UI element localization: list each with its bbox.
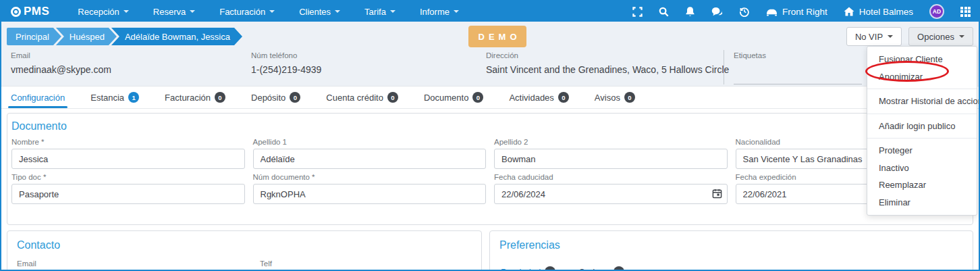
menu-clientes[interactable]: Clientes <box>299 7 340 17</box>
contacto-telf-label: Telf <box>260 260 495 268</box>
menu-item-eliminar[interactable]: Eliminar <box>867 194 977 212</box>
caret-down-icon <box>888 35 893 38</box>
tipo-doc-label: Tipo doc * <box>11 173 245 181</box>
tab-cadena[interactable]: Cadena0 <box>577 266 626 271</box>
menu-item-anadir-login[interactable]: Añadir login publico <box>867 118 977 135</box>
email-summary: Email vmedinaak@skype.com <box>11 50 251 84</box>
preferencias-tabs: Propiedad0 Cadena0 <box>499 266 963 271</box>
menu-informe[interactable]: Informe <box>420 7 459 17</box>
preferencias-section: Preferencias Propiedad0 Cadena0 <box>489 230 973 271</box>
caret-down-icon <box>390 10 396 13</box>
tab-actividades[interactable]: Actividades0 <box>509 87 568 108</box>
guest-tabs: Configuración Estancia1 Facturación0 Dep… <box>1 87 979 109</box>
field-apellido1: Apellido 1 <box>253 138 487 169</box>
num-documento-label: Núm documento * <box>253 173 487 181</box>
menu-label: Recepción <box>78 7 119 17</box>
opciones-button[interactable]: Opciones <box>908 27 973 46</box>
tab-label: Avisos <box>595 93 620 103</box>
tab-label: Actividades <box>509 93 553 103</box>
tab-deposito[interactable]: Depósito0 <box>251 87 300 108</box>
tab-configuracion[interactable]: Configuración <box>11 87 65 108</box>
history-icon[interactable] <box>739 6 750 17</box>
menu-item-mostrar-historial[interactable]: Mostrar Historial de acciones <box>867 93 977 110</box>
caret-down-icon <box>454 10 459 13</box>
user-avatar[interactable]: AD <box>929 4 944 19</box>
breadcrumb: Principal Huésped Adélaïde Bowman, Jessi… <box>7 28 242 45</box>
no-vip-label: No VIP <box>855 32 883 42</box>
tab-badge: 0 <box>614 266 624 271</box>
phone-value: 1-(254)219-4939 <box>251 64 486 75</box>
caret-down-icon <box>124 10 129 13</box>
documento-title: Documento <box>11 120 969 132</box>
menu-tarifa[interactable]: Tarifa <box>364 7 396 17</box>
tab-label: Propiedad <box>501 267 541 271</box>
fullscreen-icon[interactable] <box>632 7 643 17</box>
pms-logo[interactable]: PMS <box>11 5 49 18</box>
menu-reserva[interactable]: Reserva <box>153 7 195 17</box>
calendar-icon[interactable] <box>712 189 722 201</box>
caret-down-icon <box>190 10 195 13</box>
nombre-input[interactable] <box>11 149 245 169</box>
caret-down-icon <box>335 10 340 13</box>
tab-badge: 0 <box>215 92 225 103</box>
menu-label: Clientes <box>299 7 331 17</box>
field-fecha-caducidad: Fecha caducidad <box>494 173 728 204</box>
bell-icon[interactable] <box>685 6 695 17</box>
contacto-email-group: Email <box>17 260 249 271</box>
front-desk-label: Front Right <box>782 7 827 17</box>
tab-estancia[interactable]: Estancia1 <box>90 87 139 108</box>
search-icon[interactable] <box>659 7 669 17</box>
menu-item-fusionar-cliente[interactable]: Fusionar Cliente <box>867 51 977 68</box>
breadcrumb-principal[interactable]: Principal <box>7 28 61 45</box>
top-navbar: PMS Recepción Reserva Facturación Client… <box>1 1 979 22</box>
no-vip-button[interactable]: No VIP <box>846 27 902 46</box>
home-icon <box>844 7 854 16</box>
tab-label: Cuenta crédito <box>326 93 383 103</box>
breadcrumb-huesped[interactable]: Huésped <box>56 28 117 45</box>
apellido2-label: Apellido 2 <box>494 138 728 146</box>
preferencias-title: Preferencias <box>499 239 963 251</box>
tab-cuenta-credito[interactable]: Cuenta crédito0 <box>326 87 398 108</box>
front-desk-selector[interactable]: Front Right <box>766 7 827 17</box>
tab-label: Configuración <box>11 93 65 103</box>
menu-label: Informe <box>420 7 450 17</box>
tab-facturacion[interactable]: Facturación0 <box>165 87 225 108</box>
menu-recepcion[interactable]: Recepción <box>78 7 128 17</box>
demo-badge: DEMO <box>468 26 526 47</box>
ver-mas-link[interactable]: Ver más <box>11 204 969 223</box>
menu-facturacion[interactable]: Facturación <box>219 7 275 17</box>
tab-avisos[interactable]: Avisos0 <box>595 87 635 108</box>
hotel-label: Hotel Balmes <box>859 7 913 17</box>
menu-item-proteger[interactable]: Proteger <box>867 142 977 159</box>
apellido2-input[interactable] <box>494 149 728 169</box>
opciones-dropdown-menu: Fusionar Cliente Anonimizar Mostrar Hist… <box>867 46 977 216</box>
num-documento-input[interactable] <box>253 184 487 204</box>
email-label: Email <box>11 51 251 59</box>
menu-item-anonimizar[interactable]: Anonimizar <box>867 68 977 86</box>
chat-icon[interactable] <box>711 7 723 17</box>
tipo-doc-input[interactable] <box>11 184 245 204</box>
phone-summary: Núm teléfono 1-(254)219-4939 <box>251 50 486 84</box>
contacto-title: Contacto <box>17 239 472 251</box>
bed-icon <box>766 7 778 16</box>
opciones-label: Opciones <box>917 32 954 42</box>
breadcrumb-guest-name[interactable]: Adélaïde Bowman, Jessica <box>111 28 242 45</box>
field-nombre: Nombre * <box>11 138 245 169</box>
tab-propiedad[interactable]: Propiedad0 <box>499 266 557 271</box>
tab-badge: 0 <box>472 92 483 103</box>
fecha-caducidad-input[interactable] <box>494 184 728 204</box>
menu-label: Reserva <box>153 7 186 17</box>
apellido1-input[interactable] <box>253 149 487 169</box>
caret-down-icon <box>269 10 275 13</box>
menu-item-inactivo[interactable]: Inactivo <box>867 159 977 177</box>
field-tipo-doc: Tipo doc * <box>11 173 245 204</box>
contacto-telf-group: Telf <box>260 260 495 271</box>
apps-grid-icon[interactable] <box>960 7 971 17</box>
tab-documento[interactable]: Documento0 <box>424 87 483 108</box>
hotel-selector[interactable]: Hotel Balmes <box>844 7 913 17</box>
tab-label: Estancia <box>90 93 124 103</box>
address-value: Saint Vincent and the Grenadines, Waco, … <box>486 64 730 75</box>
pms-guest-page: PMS Recepción Reserva Facturación Client… <box>0 0 980 271</box>
tags-input[interactable] <box>734 64 862 84</box>
menu-item-reemplazar[interactable]: Reemplazar <box>867 176 977 194</box>
